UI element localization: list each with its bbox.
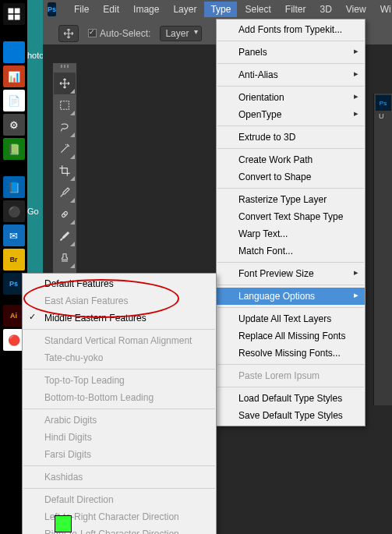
tool-stamp[interactable] [54,247,76,269]
menu-item-resolve-missing-fonts[interactable]: Resolve Missing Fonts... [217,345,365,362]
menu-item-font-preview-size[interactable]: Font Preview Size [217,265,365,282]
menu-item-load-default-type-styles[interactable]: Load Default Type Styles [217,390,365,407]
menu-separator [217,364,364,365]
menu-item-default-direction: Default Direction [23,491,216,508]
start-button[interactable] [3,3,25,25]
menu-item-convert-text-shape-type[interactable]: Convert Text Shape Type [217,208,365,225]
menu-item-label: Convert Text Shape Type [238,211,343,222]
menu-item-left-to-right-character-direction: Left-to-Right Character Direction [23,508,216,525]
menu-item-label: Kashidas [44,472,83,483]
menu-separator [217,188,364,189]
menu-item-tate-chu-yoko: Tate-chu-yoko [23,349,216,366]
menu-item-label: Save Default Type Styles [238,410,343,421]
menu-item-orientation[interactable]: Orientation [217,89,365,106]
taskbar-app-2[interactable]: 📊 [3,65,25,87]
taskbar-bridge-icon[interactable]: Br [3,249,25,271]
panel-grip[interactable] [53,65,76,71]
menu-item-right-to-left-character-direction: Right-to-Left Character Direction [23,525,216,534]
menu-separator [217,126,364,126]
menu-select[interactable]: Select [238,2,277,17]
svg-rect-3 [14,15,19,20]
menu-item-label: Font Preview Size [238,268,314,279]
menu-item-save-default-type-styles[interactable]: Save Default Type Styles [217,407,365,424]
menu-item-match-font[interactable]: Match Font... [217,242,365,260]
taskbar-app-6[interactable]: 📘 [3,176,25,198]
menu-item-arabic-digits: Arabic Digits [23,412,216,429]
menu-item-update-all-text-layers[interactable]: Update All Text Layers [217,310,365,327]
tool-brush[interactable] [54,225,76,247]
menu-item-label: Convert to Shape [238,172,311,182]
auto-select-label: Auto-Select: [100,28,150,39]
menu-3d[interactable]: 3D [313,2,337,17]
menu-item-panels[interactable]: Panels [217,44,365,61]
auto-select-checkbox[interactable]: Auto-Select: [88,28,150,39]
taskbar-app-5[interactable]: 📗 [3,138,25,160]
menu-view[interactable]: View [340,2,373,17]
tool-marquee[interactable] [54,94,76,116]
taskbar-app-1[interactable] [3,41,25,63]
menu-item-convert-to-shape[interactable]: Convert to Shape [217,168,365,186]
menu-item-label: Replace All Missing Fonts [238,331,345,341]
svg-rect-1 [14,9,19,14]
panel-icon[interactable]: Ps [376,95,391,111]
menu-separator [23,369,215,370]
color-swatch[interactable] [55,515,72,532]
menu-item-label: Create Work Path [238,154,313,165]
taskbar-app-4[interactable]: ⚙ [3,114,25,136]
menu-filter[interactable]: Filter [279,2,313,17]
menu-item-default-features[interactable]: Default Features [23,275,216,292]
move-tool-indicator[interactable] [58,25,79,42]
menubar: FileEditImageLayerTypeSelectFilter3DView… [68,2,392,17]
menu-separator [217,148,364,149]
menu-item-label: Tate-chu-yoko [44,352,103,363]
menu-image[interactable]: Image [127,2,165,17]
svg-rect-2 [8,15,13,20]
menu-separator [23,329,215,330]
tool-move[interactable] [54,72,76,94]
app-logo: Ps [48,2,56,16]
menu-separator [217,63,364,64]
menu-separator [23,488,215,489]
menu-item-anti-alias[interactable]: Anti-Alias [217,66,365,83]
taskbar-app-7[interactable]: ⚫ [3,200,25,222]
menu-item-label: Paste Lorem Ipsum [238,370,320,381]
taskbar-app-3[interactable]: 📄 [3,90,25,111]
menu-item-rasterize-type-layer[interactable]: Rasterize Type Layer [217,191,365,208]
menu-item-warp-text[interactable]: Warp Text... [217,225,365,242]
menu-item-bottom-to-bottom-leading: Bottom-to-Bottom Leading [23,389,216,406]
menu-file[interactable]: File [68,2,95,17]
menu-item-replace-all-missing-fonts[interactable]: Replace All Missing Fonts [217,327,365,345]
menu-type[interactable]: Type [204,2,237,17]
menu-item-label: Standard Vertical Roman Alignment [44,335,192,346]
panel-label: U [374,112,392,120]
menu-wi[interactable]: Wi [374,2,392,17]
menu-separator [217,41,364,41]
menu-item-paste-lorem-ipsum: Paste Lorem Ipsum [217,367,365,384]
menu-item-label: Anti-Alias [238,69,278,80]
menu-item-extrude-to-3d[interactable]: Extrude to 3D [217,129,365,146]
menu-item-language-options[interactable]: Language Options [217,288,365,305]
layer-select[interactable]: Layer [160,26,202,41]
menu-edit[interactable]: Edit [97,2,125,17]
menu-item-label: Resolve Missing Fonts... [238,348,341,359]
menu-item-label: OpenType [238,109,281,120]
menu-item-opentype[interactable]: OpenType [217,106,365,123]
tool-crop[interactable] [54,160,76,182]
menu-item-standard-vertical-roman-alignment: Standard Vertical Roman Alignment [23,332,216,349]
menu-item-create-work-path[interactable]: Create Work Path [217,151,365,168]
right-panel: Ps U [373,94,392,405]
menu-item-farsi-digits: Farsi Digits [23,446,216,463]
menu-item-label: Bottom-to-Bottom Leading [44,392,154,403]
menu-item-east-asian-features: East Asian Features [23,292,216,309]
tool-heal[interactable] [54,203,76,225]
menu-separator [217,387,364,387]
menu-item-label: Extrude to 3D [238,132,295,143]
taskbar-app-8[interactable]: ✉ [3,225,25,246]
menu-layer[interactable]: Layer [167,2,203,17]
tool-wand[interactable] [54,138,76,160]
menu-item-middle-eastern-features[interactable]: ✓Middle Eastern Features [23,309,216,327]
tool-eyedropper[interactable] [54,182,76,203]
menu-item-top-to-top-leading: Top-to-Top Leading [23,372,216,389]
tool-lasso[interactable] [54,116,76,138]
menu-item-add-fonts-from-typekit[interactable]: Add Fonts from Typekit... [217,21,365,38]
